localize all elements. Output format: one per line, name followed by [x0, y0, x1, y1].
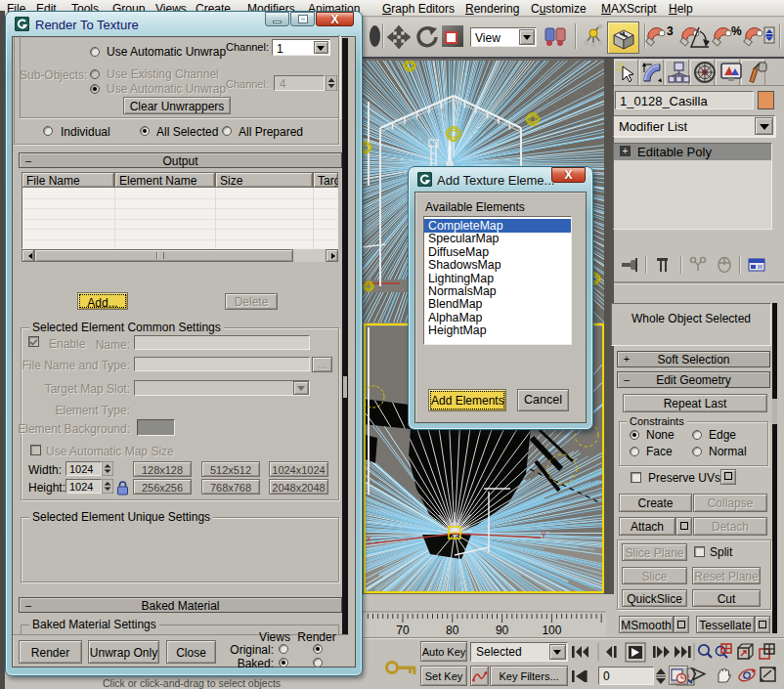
svg-text:x: x — [367, 534, 371, 543]
svg-text:y: y — [542, 529, 546, 538]
svg-text:80: 80 — [446, 624, 459, 637]
svg-text:90: 90 — [496, 624, 509, 637]
svg-text:3: 3 — [667, 25, 674, 38]
svg-text:100: 100 — [542, 624, 561, 637]
svg-text:70: 70 — [396, 624, 410, 637]
svg-text:%: % — [731, 25, 742, 38]
